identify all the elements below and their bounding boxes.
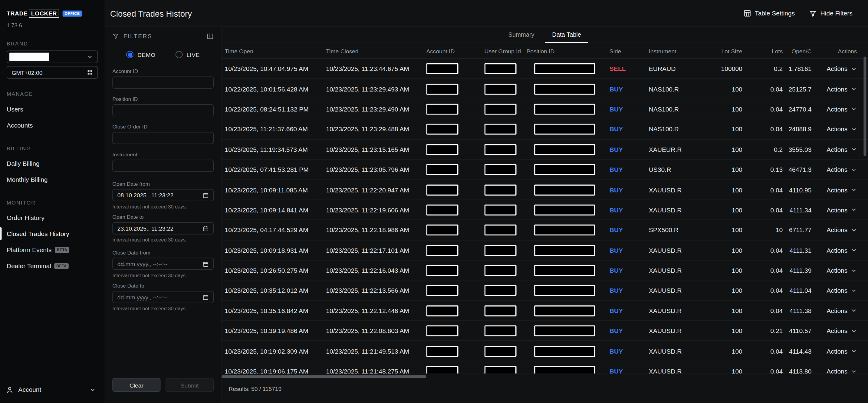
instrument-cell: XAUEUR.R bbox=[649, 146, 712, 153]
trade-side: BUY bbox=[610, 327, 623, 334]
row-actions-button[interactable]: Actions bbox=[814, 308, 867, 314]
row-actions-button[interactable]: Actions bbox=[814, 65, 867, 72]
sidebar-item-order-history[interactable]: Order History bbox=[7, 209, 98, 225]
row-actions-button[interactable]: Actions bbox=[814, 207, 867, 213]
radio-live[interactable] bbox=[176, 51, 183, 58]
sidebar-item-closed-trades-history[interactable]: Closed Trades History bbox=[7, 225, 98, 241]
collapse-filters-button[interactable] bbox=[207, 32, 214, 40]
clear-button[interactable]: Clear bbox=[112, 378, 160, 392]
timezone-value: GMT+02:00 bbox=[11, 69, 42, 76]
sidebar-item-accounts[interactable]: Accounts bbox=[7, 117, 98, 133]
open-date-from-input[interactable]: 08.10.2025., 11:23:22 bbox=[112, 189, 214, 201]
submit-button[interactable]: Submit bbox=[165, 378, 214, 392]
table-row: 10/22/2025, 08:24:51.132 PM10/23/2025, 1… bbox=[221, 99, 868, 119]
lot-size-cell: 100 bbox=[712, 207, 745, 213]
filter-field-label: Close Date to bbox=[112, 283, 214, 289]
instrument-cell: XAUUSD.R bbox=[649, 287, 712, 294]
redacted-account-id bbox=[426, 325, 458, 337]
position-id-input[interactable] bbox=[112, 104, 214, 116]
sidebar-nav: MANAGEUsersAccountsBILLINGDaily BillingM… bbox=[7, 91, 98, 274]
row-actions-button[interactable]: Actions bbox=[814, 368, 867, 374]
row-actions-button[interactable]: Actions bbox=[814, 287, 867, 294]
tab-summary[interactable]: Summary bbox=[502, 27, 541, 43]
sidebar-item-users[interactable]: Users bbox=[7, 101, 98, 117]
lot-size-cell: 100 bbox=[712, 287, 745, 294]
close-order-id-input[interactable] bbox=[112, 132, 214, 144]
lots-cell: 0.13 bbox=[745, 166, 785, 173]
redacted-account-id bbox=[426, 225, 458, 236]
funnel-icon bbox=[112, 33, 119, 39]
row-actions-label: Actions bbox=[827, 368, 847, 374]
lot-size-cell: 100 bbox=[712, 368, 745, 374]
redacted-position-id bbox=[534, 285, 595, 296]
sidebar-item-label: Closed Trades History bbox=[7, 230, 69, 237]
chevron-down-icon bbox=[851, 66, 857, 72]
redacted-account-id bbox=[426, 366, 458, 374]
close-date-from-input[interactable]: dd.mm.yyyy., --:--:-- bbox=[112, 258, 214, 270]
row-actions-button[interactable]: Actions bbox=[814, 327, 867, 334]
time-open-cell: 10/23/2025, 11:19:34.573 AM bbox=[225, 146, 326, 153]
row-actions-label: Actions bbox=[827, 166, 847, 173]
chevron-down-icon bbox=[851, 227, 857, 233]
lot-size-cell: 100000 bbox=[712, 65, 745, 72]
row-actions-button[interactable]: Actions bbox=[814, 247, 867, 254]
hide-filters-button[interactable]: Hide Filters bbox=[809, 9, 852, 17]
redacted-position-id bbox=[534, 164, 595, 175]
row-actions-button[interactable]: Actions bbox=[814, 227, 867, 234]
row-actions-button[interactable]: Actions bbox=[814, 146, 867, 153]
sidebar-item-monthly-billing[interactable]: Monthly Billing bbox=[7, 171, 98, 187]
filter-field-label: Open Date from bbox=[112, 181, 214, 186]
redacted-account-id bbox=[426, 245, 458, 256]
instrument-input[interactable] bbox=[112, 160, 214, 172]
lots-cell: 0.04 bbox=[745, 126, 785, 133]
row-actions-button[interactable]: Actions bbox=[814, 186, 867, 193]
brand-select[interactable] bbox=[7, 50, 98, 63]
side-cell: BUY bbox=[610, 227, 649, 234]
chevron-down-icon bbox=[851, 207, 857, 213]
open-price-cell: 4111.39 bbox=[785, 267, 814, 274]
table-row: 10/22/2025, 10:01:56.428 AM10/23/2025, 1… bbox=[221, 79, 868, 99]
row-actions-button[interactable]: Actions bbox=[814, 267, 867, 274]
lots-cell: 0.04 bbox=[745, 348, 785, 354]
row-actions-button[interactable]: Actions bbox=[814, 106, 867, 112]
column-header-time-open: Time Open bbox=[225, 48, 326, 54]
row-actions-button[interactable]: Actions bbox=[814, 166, 867, 173]
time-open-cell: 10/23/2025, 10:09:14.841 AM bbox=[225, 207, 326, 213]
tab-bar: Summary Data Table bbox=[221, 27, 868, 43]
row-actions-label: Actions bbox=[827, 287, 847, 294]
tab-data-table[interactable]: Data Table bbox=[546, 27, 588, 43]
env-option-live[interactable]: LIVE bbox=[176, 51, 200, 58]
filter-field-close-order-id: Close Order ID bbox=[112, 124, 214, 144]
close-date-to-input[interactable]: dd.mm.yyyy., --:--:-- bbox=[112, 291, 214, 303]
row-actions-button[interactable]: Actions bbox=[814, 348, 867, 354]
redacted-user-group-id bbox=[484, 124, 516, 135]
time-closed-cell: 10/23/2025, 11:22:12.446 AM bbox=[326, 308, 426, 314]
horizontal-scrollbar-thumb[interactable] bbox=[221, 375, 427, 378]
redacted-position-id bbox=[534, 306, 595, 317]
sidebar-item-label: Order History bbox=[7, 214, 44, 221]
side-cell: BUY bbox=[610, 308, 649, 314]
filter-field-close-date-to: Close Date todd.mm.yyyy., --:--:--Interv… bbox=[112, 283, 214, 312]
open-date-to-input[interactable]: 23.10.2025., 11:23:22 bbox=[112, 222, 214, 234]
timezone-field[interactable]: GMT+02:00 bbox=[7, 66, 98, 79]
radio-demo[interactable] bbox=[126, 51, 133, 58]
time-closed-cell: 10/23/2025, 11:22:17.101 AM bbox=[326, 247, 426, 254]
redacted-position-id bbox=[534, 144, 595, 155]
open-price-cell: 4111.31 bbox=[785, 247, 814, 254]
vertical-scrollbar-thumb[interactable] bbox=[864, 57, 866, 156]
row-actions-button[interactable]: Actions bbox=[814, 126, 867, 133]
chevron-down-icon bbox=[851, 308, 857, 314]
account-menu[interactable]: Account bbox=[5, 382, 96, 397]
row-actions-button[interactable]: Actions bbox=[814, 86, 867, 92]
time-open-cell: 10/23/2025, 10:39:19.486 AM bbox=[225, 327, 326, 334]
side-cell: BUY bbox=[610, 287, 649, 294]
account-id-input[interactable] bbox=[112, 76, 214, 88]
lots-cell: 0.2 bbox=[745, 65, 785, 72]
table-settings-button[interactable]: Table Settings bbox=[743, 9, 795, 17]
side-cell: BUY bbox=[610, 86, 649, 92]
instrument-cell: NAS100.R bbox=[649, 106, 712, 112]
sidebar-item-platform-events[interactable]: Platform EventsBETA bbox=[7, 241, 98, 258]
sidebar-item-dealer-terminal[interactable]: Dealer TerminalBETA bbox=[7, 258, 98, 274]
env-option-demo[interactable]: DEMO bbox=[126, 51, 155, 58]
sidebar-item-daily-billing[interactable]: Daily Billing bbox=[7, 155, 98, 171]
